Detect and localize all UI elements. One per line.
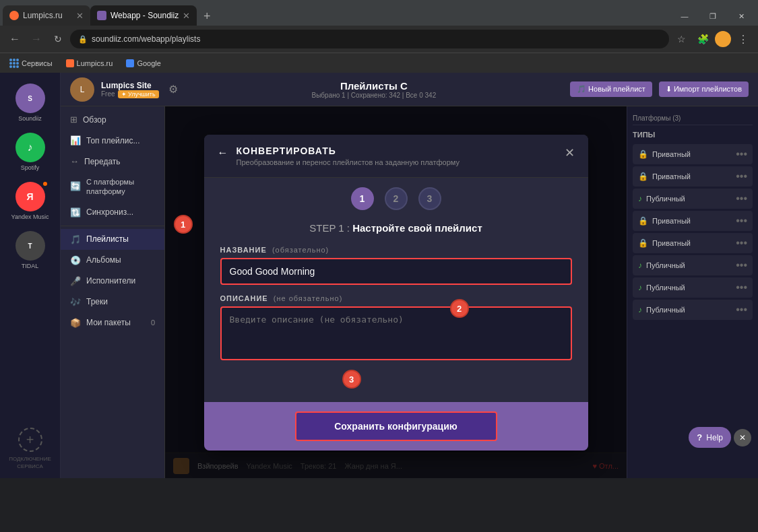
step-2-circle[interactable]: 2 [385, 187, 408, 210]
bookmark-google-label: Google [137, 59, 160, 67]
connect-service-label: ПОДКЛЮЧЕНИЕ СЕРВИСА [6, 455, 53, 471]
platforms-title: Платформы (3) [633, 112, 753, 125]
bookmark-lumpics[interactable]: Lumpics.ru [62, 58, 117, 69]
browser-chrome: Lumpics.ru ✕ Webapp - Soundiiz ✕ + — ❐ ✕… [0, 0, 758, 73]
filter-item-4[interactable]: 🔒 Приватный ••• [633, 211, 753, 231]
nav-item-platform[interactable]: 🔄 С платформыплатформу [61, 172, 164, 202]
filter-item-2[interactable]: 🔒 Приватный ••• [633, 166, 753, 187]
packages-icon: 📦 [70, 318, 81, 328]
nav-item-artists[interactable]: 🎤 Исполнители [61, 271, 164, 292]
new-tab-button[interactable]: + [197, 7, 217, 26]
bookmark-star[interactable]: ☆ [672, 30, 691, 48]
nav-item-playlists[interactable]: 🎵 Плейлисты [61, 229, 164, 250]
more-4[interactable]: ••• [736, 215, 747, 227]
user-avatar[interactable] [715, 31, 731, 47]
modal-close-icon[interactable]: ✕ [565, 145, 575, 160]
forward-button[interactable]: → [27, 30, 46, 48]
artists-label: Исполнители [86, 276, 135, 286]
more-3[interactable]: ••• [736, 193, 747, 205]
upgrade-button[interactable]: ✦ Улучшить [118, 90, 159, 98]
tracks-label: Треки [86, 297, 108, 306]
name-label: НАЗВАНИЕ (обязательно) [220, 246, 572, 254]
step-heading-prefix: STEP 1 : [309, 222, 350, 234]
step-3-circle[interactable]: 3 [418, 187, 441, 210]
sidebar-yandex[interactable]: Я Yandex Music [4, 178, 57, 224]
more-7[interactable]: ••• [736, 281, 747, 294]
public-icon-3: ♪ [638, 194, 642, 203]
help-button[interactable]: ? Help [689, 427, 731, 448]
content-body: Взйпорвейв Yandex Music Треков: 21 Жанр … [165, 106, 627, 478]
yandex-badge [42, 180, 49, 187]
name-input[interactable] [220, 258, 572, 285]
filter-item-1[interactable]: 🔒 Приватный ••• [633, 144, 753, 164]
more-5[interactable]: ••• [736, 237, 747, 249]
site-name: Lumpics Site [101, 81, 159, 90]
bookmark-services[interactable]: Сервисы [5, 57, 57, 69]
bookmarks-bar: Сервисы Lumpics.ru Google [0, 53, 758, 73]
playlists-label: Плейлисты [86, 234, 129, 244]
desc-textarea[interactable] [220, 306, 572, 360]
artists-icon: 🎤 [70, 276, 81, 286]
top-label: Топ плейлис... [86, 136, 139, 145]
step-indicators: 1 2 3 [204, 178, 588, 220]
help-icon: ? [697, 432, 702, 442]
more-8[interactable]: ••• [736, 304, 747, 316]
more-2[interactable]: ••• [736, 170, 747, 182]
add-service-button[interactable]: + [18, 428, 42, 452]
tab-soundiiz[interactable]: Webapp - Soundiiz ✕ [90, 5, 197, 26]
content-header: L Lumpics Site Free ✦ Улучшить ⚙ Плейлис… [61, 73, 758, 106]
step-1-circle[interactable]: 1 [351, 187, 374, 210]
modal-back-icon[interactable]: ← [218, 147, 228, 159]
overview-label: Обзор [83, 115, 106, 125]
tracks-icon: 🎶 [70, 297, 81, 307]
more-1[interactable]: ••• [736, 148, 747, 160]
settings-gear-icon[interactable]: ⚙ [168, 83, 178, 96]
spotify-avatar: ♪ [15, 133, 45, 162]
window-close[interactable]: ✕ [727, 7, 755, 26]
url-bar[interactable]: 🔒 soundiiz.com/webapp/playlists [70, 30, 669, 48]
tab-soundiiz-close[interactable]: ✕ [183, 11, 190, 21]
menu-button[interactable]: ⋮ [734, 30, 753, 48]
nav-item-transfer[interactable]: ↔ Передать [61, 151, 164, 172]
back-button[interactable]: ← [5, 30, 24, 48]
filter-item-6[interactable]: ♪ Публичный ••• [633, 255, 753, 275]
types-title: ТИПЫ [633, 131, 753, 139]
sidebar-soundiiz[interactable]: S Soundiiz [4, 79, 57, 126]
reload-button[interactable]: ↻ [49, 30, 67, 48]
step-2-label: 2 [393, 193, 399, 204]
modal: ← КОНВЕРТИРОВАТЬ Преобразование и перено… [204, 135, 588, 451]
filter-item-8[interactable]: ♪ Публичный ••• [633, 300, 753, 320]
annotation-1: 1 [174, 215, 193, 234]
more-6[interactable]: ••• [736, 259, 747, 271]
annotation-3: 3 [342, 370, 361, 389]
google-bookmark-icon [126, 59, 134, 67]
sidebar-tidal[interactable]: T TIDAL [4, 227, 57, 273]
nav-item-packages[interactable]: 📦 Мои пакеты 0 [61, 312, 164, 333]
nav-item-tracks[interactable]: 🎶 Треки [61, 292, 164, 312]
filter-item-5[interactable]: 🔒 Приватный ••• [633, 233, 753, 253]
window-maximize[interactable]: ❐ [699, 7, 727, 26]
nav-item-top[interactable]: 📊 Топ плейлис... [61, 130, 164, 151]
help-close-button[interactable]: ✕ [734, 429, 751, 446]
filter-item-3[interactable]: ♪ Публичный ••• [633, 189, 753, 209]
step-1-label: 1 [360, 193, 365, 204]
yandex-avatar: Я [15, 182, 45, 211]
window-minimize[interactable]: — [670, 7, 699, 26]
filter-item-7[interactable]: ♪ Публичный ••• [633, 277, 753, 298]
bookmark-google[interactable]: Google [122, 58, 164, 69]
tab-lumpics[interactable]: Lumpics.ru ✕ [3, 5, 90, 26]
nav-item-albums[interactable]: 💿 Альбомы [61, 250, 164, 271]
url-text: soundiiz.com/webapp/playlists [92, 34, 200, 44]
page-title: Плейлисты С [185, 80, 563, 92]
new-playlist-button[interactable]: 🎵 Новый плейлист [570, 81, 652, 97]
import-playlists-button[interactable]: ⬇ Импорт плейлистов [659, 81, 749, 97]
save-config-button[interactable]: Сохранить конфигурацию [295, 411, 497, 441]
step-heading-text: Настройте свой плейлист [352, 222, 482, 234]
sidebar-spotify[interactable]: ♪ Spotify [4, 129, 57, 175]
tab-lumpics-close[interactable]: ✕ [76, 11, 84, 21]
extension-puzzle[interactable]: 🧩 [693, 30, 712, 48]
public-icon-7: ♪ [638, 283, 642, 292]
nav-item-overview[interactable]: ⊞ Обзор [61, 109, 164, 130]
step-heading: STEP 1 : Настройте свой плейлист [220, 222, 572, 234]
nav-item-sync[interactable]: 🔃 Синхрониз... [61, 202, 164, 223]
